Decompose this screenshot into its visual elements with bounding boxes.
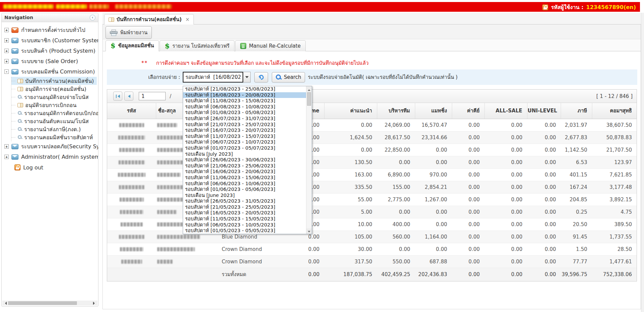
value-cell: 3,177.48 <box>592 181 637 193</box>
nav-sub-item[interactable]: รายงานคอมมิสชั่นรายสัปดาห์ <box>11 133 97 141</box>
scrollbar-thumb[interactable] <box>307 92 311 106</box>
dropdown-option[interactable]: รอบสัปดาห์ [21/05/2023 - 25/05/2023] <box>183 204 306 210</box>
redacted-code <box>119 123 144 127</box>
column-header[interactable]: ค่าคีย์ <box>452 103 484 119</box>
tab-commission-data[interactable]: ข้อมูลคอมมิสชั่น <box>105 40 159 51</box>
search-button[interactable]: Search <box>272 72 305 83</box>
value-cell: 0.00 <box>484 255 527 268</box>
dropdown-option[interactable]: รอบสัปดาห์ [06/07/2023 - 10/07/2023] <box>183 139 306 145</box>
nav-sub-item[interactable]: รายงานนำส่งภาษี(ภงด.) <box>11 125 97 133</box>
dropdown-option[interactable]: รอบเดือน [June 2023] <box>183 193 306 199</box>
prev-page-button[interactable] <box>124 92 133 101</box>
payout-period-input[interactable] <box>183 72 243 83</box>
dropdown-option[interactable]: รอบสัปดาห์ [16/05/2023 - 20/05/2023] <box>183 210 306 216</box>
user-id-value: 1234567890(en) <box>586 4 636 10</box>
nav-sub-item[interactable]: บันทึกการคำนวน(คอมมิสชั่น) <box>11 77 97 85</box>
dropdown-option[interactable]: รอบสัปดาห์ [16/07/2023 - 20/07/2023] <box>183 127 306 134</box>
dropdown-option[interactable]: รอบสัปดาห์ [21/08/2023 - 25/08/2023] <box>183 86 306 92</box>
nav-sub-item[interactable]: อนุมัติรอบการเบิกถอน <box>11 101 97 109</box>
value-cell: 0.00 <box>484 193 527 206</box>
nav-group-item[interactable]: +ระบบขาย (Sale Order) <box>4 56 97 66</box>
dropdown-option[interactable]: รอบสัปดาห์ [21/06/2023 - 25/06/2023] <box>183 163 306 169</box>
column-header[interactable]: รหัส <box>107 103 156 119</box>
nav-sub-item[interactable]: รายงานอันดับคะแนน/โบนัส <box>11 117 97 125</box>
value-cell: 2,031.97 <box>561 119 592 131</box>
nav-group-item[interactable]: -ระบบคอมมิสชั่น Commission) <box>4 66 97 77</box>
tree-toggle-icon[interactable]: + <box>4 49 9 53</box>
column-header[interactable]: บริหารทีม <box>377 103 415 119</box>
tree-toggle-icon[interactable]: + <box>4 28 9 32</box>
mail-blue-icon <box>11 59 18 64</box>
scroll-right-icon[interactable] <box>93 302 96 305</box>
column-header[interactable]: แมทชิ่ง <box>415 103 452 119</box>
column-header[interactable]: ค่าแนะนำ <box>324 103 377 119</box>
column-header[interactable]: คอมฯสุทธิ <box>592 103 637 119</box>
nav-group-item[interactable]: +ระบบสินค้า (Product System) <box>4 46 97 56</box>
nav-group-item[interactable]: +กำหนดการตั้งค่าระบบทั่วไป <box>4 25 97 35</box>
member-code-cell <box>107 131 156 144</box>
first-page-button[interactable] <box>113 92 122 101</box>
redacted-code <box>118 173 145 177</box>
dropdown-option[interactable]: รอบสัปดาห์ [06/08/2023 - 10/08/2023] <box>183 104 306 110</box>
nav-sub-item[interactable]: รายงานอนุมัติรอบจ่ายโบนัส <box>11 93 97 101</box>
dropdown-option[interactable]: รอบสัปดาห์ [06/06/2023 - 10/06/2023] <box>183 181 306 187</box>
dropdown-option[interactable]: รอบสัปดาห์ [26/07/2023 - 31/07/2023] <box>183 116 306 122</box>
nav-group-item[interactable]: +Administrator( Admin system) <box>4 152 97 162</box>
tree-toggle-icon[interactable]: + <box>4 155 9 159</box>
dropdown-option[interactable]: รอบสัปดาห์ [16/06/2023 - 20/06/2023] <box>183 169 306 175</box>
dropdown-scrollbar[interactable] <box>306 86 312 234</box>
close-icon[interactable]: × <box>185 16 190 22</box>
scrollbar-thumb[interactable] <box>8 301 77 305</box>
dropdown-option[interactable]: รอบสัปดาห์ [26/06/2023 - 30/06/2023] <box>183 157 306 163</box>
total-value-cell: 202,436.83 <box>415 268 452 281</box>
collapse-panel-icon[interactable] <box>90 15 95 20</box>
dropdown-option[interactable]: รอบสัปดาห์ [11/07/2023 - 15/07/2023] <box>183 134 306 140</box>
column-header[interactable]: UNI-LEVEL <box>527 103 561 119</box>
value-cell: 0.00 <box>452 119 484 131</box>
refresh-button[interactable] <box>254 72 268 83</box>
dropdown-option[interactable]: รอบสัปดาห์ [01/07/2023 - 05/07/2023] <box>183 145 306 151</box>
dropdown-option[interactable]: รอบสัปดาห์ [11/06/2023 - 15/06/2023] <box>183 175 306 181</box>
dropdown-option[interactable]: รอบเดือน [July 2023] <box>183 151 306 157</box>
tree-toggle-icon[interactable]: + <box>4 144 9 149</box>
value-cell: 0.00 <box>415 156 452 168</box>
search-label: Search <box>284 74 301 80</box>
print-report-button[interactable]: พิมพ์รายงาน <box>105 26 152 39</box>
dropdown-option[interactable]: รอบสัปดาห์ [06/05/2023 - 10/05/2023] <box>183 222 306 228</box>
nav-sub-item[interactable]: อนุมัติการจ่าย(คอมมิสชั่น) <box>11 85 97 93</box>
dollar-icon <box>111 43 116 49</box>
column-header[interactable]: ภาษี <box>561 103 592 119</box>
page-number-input[interactable] <box>139 92 166 100</box>
chevron-down-icon[interactable] <box>243 72 251 83</box>
dropdown-option[interactable]: รอบสัปดาห์ [11/08/2023 - 15/08/2023] <box>183 98 306 104</box>
nav-sub-item[interactable]: รายงานอนุมัติการตัดรอบเบิก/ถอน <box>11 109 97 117</box>
dropdown-option[interactable]: รอบสัปดาห์ [01/06/2023 - 05/06/2023] <box>183 187 306 193</box>
tab-manual-recalculate[interactable]: Manual Re-Calculate <box>235 40 306 51</box>
nav-group-item[interactable]: +ระบบสมาชิก (Customer System) <box>4 35 97 46</box>
nav-group-item[interactable]: +ระบบความปลอดภัย(Security System) <box>4 141 97 152</box>
tab-commission-calculation[interactable]: บันทึกการคำนวน(คอมมิสชั่น) × <box>104 14 194 25</box>
tree-toggle-icon[interactable]: + <box>4 59 9 63</box>
value-cell: 0.00 <box>527 218 561 230</box>
logout-item[interactable]: Log out <box>14 162 97 173</box>
dropdown-option[interactable]: รอบสัปดาห์ [01/05/2023 - 05/05/2023] <box>183 228 306 234</box>
page-vertical-scrollbar[interactable] <box>641 13 644 312</box>
table-row[interactable]: Crown Diamond0.0030.000.000.000.000.000.… <box>107 243 637 255</box>
dropdown-option[interactable]: รอบสัปดาห์ [26/05/2023 - 31/05/2023] <box>183 198 306 204</box>
dropdown-option[interactable]: รอบสัปดาห์ [01/08/2023 - 05/08/2023] <box>183 110 306 116</box>
scroll-up-icon[interactable] <box>306 86 312 92</box>
scroll-down-icon[interactable] <box>306 228 312 234</box>
dropdown-option[interactable]: รอบสัปดาห์ [21/07/2023 - 25/07/2023] <box>183 122 306 128</box>
tab-free-travel-bonus-report[interactable]: รายงาน โบนัสท่องเที่ยวฟรี <box>160 40 234 51</box>
table-row[interactable]: Crown Diamond0.00317.50550.00687.880.000… <box>107 255 637 268</box>
nav-horizontal-scrollbar[interactable] <box>2 301 97 306</box>
dropdown-option[interactable]: รอบสัปดาห์ [16/08/2023 - 20/08/2023] <box>183 92 306 98</box>
value-cell: 0.00 <box>527 181 561 193</box>
dropdown-option[interactable]: รอบสัปดาห์ [11/05/2023 - 15/05/2023] <box>183 216 306 222</box>
scroll-left-icon[interactable] <box>3 302 7 305</box>
tree-toggle-icon[interactable]: - <box>4 69 9 74</box>
print-report-label: พิมพ์รายงาน <box>120 29 147 37</box>
redacted-code <box>118 136 145 140</box>
tree-toggle-icon[interactable]: + <box>4 38 9 43</box>
column-header[interactable]: ALL-SALE <box>484 103 527 119</box>
